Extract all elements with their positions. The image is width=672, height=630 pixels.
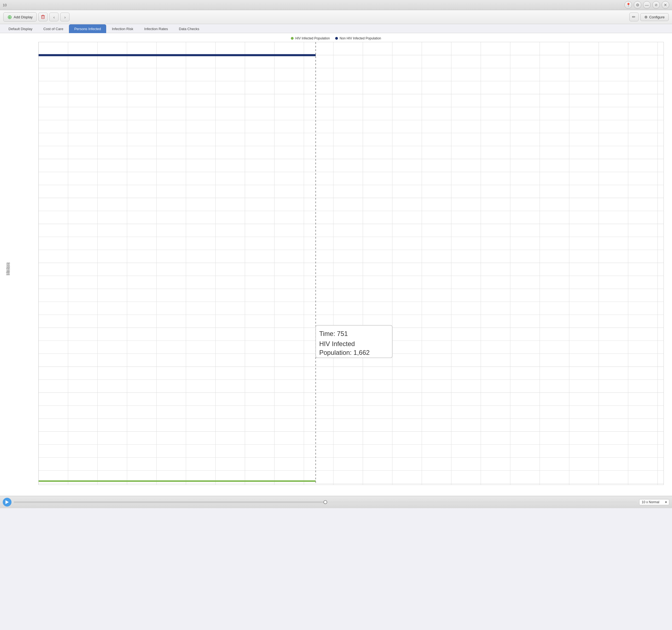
- y-axis-title: Infections: [5, 262, 9, 275]
- chart-container: Infections: [0, 42, 672, 496]
- timeline-scrubber[interactable]: [14, 501, 637, 503]
- tab-persons-infected[interactable]: Persons Infected: [69, 24, 106, 33]
- add-display-label: Add Display: [14, 15, 32, 19]
- tab-data-checks[interactable]: Data Checks: [174, 24, 205, 33]
- legend-non-hiv: Non HIV Infected Population: [335, 37, 381, 40]
- configure-label: Configure: [649, 15, 665, 19]
- tab-infection-rates[interactable]: Infection Rates: [139, 24, 173, 33]
- scrubber-handle[interactable]: [323, 500, 327, 504]
- chart-legend: HIV Infected Population Non HIV Infected…: [0, 33, 672, 42]
- gear-configure-icon: ⚙: [644, 15, 648, 19]
- tab-infection-risk[interactable]: Infection Risk: [107, 24, 139, 33]
- chart-wrapper: 660,000 640,000 620,000 600,000 580,000 …: [38, 42, 664, 485]
- back-button[interactable]: ‹: [49, 13, 58, 21]
- title-bar: 10 📍 ⚙ — ⊘ ✕: [0, 0, 672, 10]
- svg-text:HIV Infected: HIV Infected: [319, 340, 355, 347]
- toolbar: ⊕ Add Display ‹ › ✏ ⚙ Configure: [0, 10, 672, 24]
- delete-button[interactable]: [38, 13, 48, 21]
- tab-cost-of-care[interactable]: Cost of Care: [38, 24, 68, 33]
- forward-button[interactable]: ›: [60, 13, 70, 21]
- toolbar-left: ⊕ Add Display ‹ ›: [3, 12, 70, 22]
- window-controls: 📍 ⚙ — ⊘ ✕: [624, 1, 669, 9]
- close-icon-button[interactable]: ✕: [662, 1, 669, 9]
- toolbar-right: ✏ ⚙ Configure: [629, 13, 669, 21]
- play-button[interactable]: [3, 498, 11, 507]
- non-hiv-legend-label: Non HIV Infected Population: [340, 37, 381, 40]
- pencil-button[interactable]: ✏: [629, 13, 639, 21]
- svg-text:Time: 751: Time: 751: [319, 330, 348, 337]
- speed-dropdown-icon: ▾: [665, 500, 667, 504]
- svg-marker-121: [5, 500, 9, 504]
- chart-svg[interactable]: 660,000 640,000 620,000 600,000 580,000 …: [38, 42, 664, 485]
- trash-icon: [41, 15, 45, 19]
- location-icon-button[interactable]: 📍: [624, 1, 632, 9]
- chart-section: HIV Infected Population Non HIV Infected…: [0, 33, 672, 496]
- svg-text:Population: 1,662: Population: 1,662: [319, 349, 370, 356]
- minimize-icon-button[interactable]: —: [643, 1, 651, 9]
- play-icon: [5, 500, 9, 504]
- speed-selector[interactable]: 10 x Normal ▾: [639, 499, 669, 505]
- speed-label: 10 x Normal: [642, 500, 659, 504]
- configure-button[interactable]: ⚙ Configure: [640, 13, 669, 21]
- hiv-legend-dot: [291, 37, 294, 40]
- legend-hiv: HIV Infected Population: [291, 37, 330, 40]
- close-alt-icon-button[interactable]: ⊘: [652, 1, 660, 9]
- svg-rect-5: [39, 42, 664, 485]
- gear-icon-button[interactable]: ⚙: [634, 1, 641, 9]
- bottom-bar: 10 x Normal ▾: [0, 496, 672, 508]
- tabs-bar: Default Display Cost of Care Persons Inf…: [0, 24, 672, 33]
- add-icon: ⊕: [7, 14, 12, 20]
- non-hiv-legend-dot: [335, 37, 338, 40]
- add-display-button[interactable]: ⊕ Add Display: [3, 12, 37, 22]
- hiv-legend-label: HIV Infected Population: [295, 37, 330, 40]
- svg-rect-0: [42, 16, 44, 19]
- tab-default-display[interactable]: Default Display: [3, 24, 38, 33]
- window-title: 10: [3, 3, 6, 7]
